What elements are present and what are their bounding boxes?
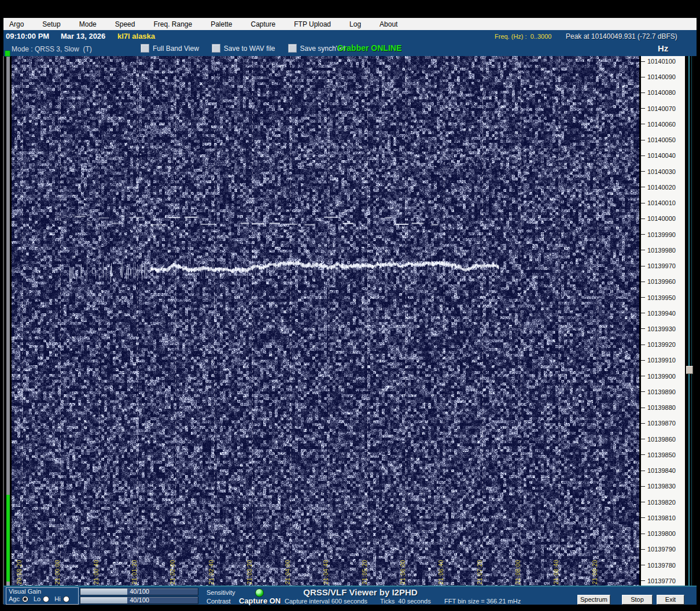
tick-mark [641, 282, 645, 282]
frequency-label: 10140020 [647, 184, 676, 191]
checkbox-item[interactable]: Save to WAV file [212, 44, 275, 53]
frequency-label: 10139940 [647, 310, 676, 317]
frequency-scale-row: 10139890 [641, 388, 685, 395]
menu-item[interactable]: FTP Upload [294, 20, 331, 28]
radio-button[interactable] [63, 596, 69, 602]
exit-button[interactable]: Exit [657, 595, 684, 605]
menu-item[interactable]: Log [349, 20, 361, 28]
tick-mark [641, 345, 645, 345]
menu-item[interactable]: Mode [79, 20, 97, 28]
freq-span-readout: Freq. (Hz) : 0..3000 [495, 33, 551, 40]
frequency-label: 10139930 [647, 325, 676, 332]
frequency-scale-row: 10140070 [641, 105, 685, 112]
capture-led-icon [255, 588, 264, 597]
contrast-value: 40/100 [130, 597, 149, 604]
checkbox[interactable] [288, 44, 297, 53]
vertical-scrollbar[interactable] [686, 56, 694, 587]
capture-status: Capture ON [239, 597, 281, 605]
radio-option[interactable]: Lo [34, 595, 49, 602]
frequency-label: 10139910 [647, 357, 676, 364]
scrollbar-track [688, 56, 690, 587]
radio-button[interactable] [43, 596, 49, 602]
stop-button[interactable]: Stop [622, 595, 653, 605]
capture-interval-info: Capture interval 600 seconds [285, 598, 367, 605]
frequency-scale-row: 10139780 [641, 562, 685, 569]
tick-mark [641, 408, 645, 408]
tick-mark [641, 486, 645, 487]
frequency-label: 10140060 [647, 121, 676, 128]
frequency-scale-row: 10140050 [641, 136, 685, 143]
frequency-scale-row: 10139860 [641, 436, 685, 443]
checkbox-item[interactable]: Full Band View [141, 44, 199, 53]
tick-mark [641, 219, 645, 219]
frequency-scale-row: 10139910 [641, 357, 685, 364]
frequency-scale-row: 10139870 [641, 420, 685, 427]
frequency-scale-row: 10139770 [641, 577, 685, 584]
frequency-scale-row: 10139810 [641, 514, 685, 521]
menu-item[interactable]: Speed [115, 20, 135, 28]
menu-item[interactable]: Freq. Range [153, 20, 192, 28]
tick-mark [641, 313, 645, 313]
app-title: QRSS/VLF Viewer by I2PHD [285, 587, 436, 597]
mode-bar: Mode : QRSS 3, Slow (T) Full Band View S… [3, 42, 697, 56]
control-bar: Visual Gain Agc Lo Hi 40/100 40/100 [3, 586, 697, 605]
frequency-scale-row: 10139980 [641, 247, 685, 254]
menu-item[interactable]: About [380, 20, 397, 28]
radio-option[interactable]: Hi [54, 595, 69, 602]
menu-item[interactable]: Argo [9, 20, 24, 28]
tick-mark [641, 534, 645, 534]
frequency-scale-row: 10139990 [641, 231, 685, 238]
frequency-label: 10139780 [647, 562, 676, 569]
contrast-label: Contrast [207, 598, 231, 605]
menu-bar: ArgoSetupModeSpeedFreq. RangePaletteCapt… [3, 18, 697, 30]
frequency-scale-row: 10140100 [641, 58, 685, 65]
frequency-label: 10139900 [647, 373, 676, 380]
tick-mark [641, 187, 645, 187]
tick-mark [641, 549, 645, 550]
frequency-scale-row: 10140030 [641, 168, 685, 175]
frequency-scale: 10140100 10140090 10140080 10140070 1014… [641, 56, 685, 587]
contrast-slider[interactable]: 40/100 [80, 597, 198, 604]
radio-button[interactable] [22, 596, 28, 602]
contrast-fill [80, 597, 127, 603]
ticks-info: Ticks 40 seconds [380, 598, 431, 605]
tick-mark [641, 250, 645, 250]
sensitivity-slider[interactable]: 40/100 [80, 588, 198, 595]
menu-item[interactable]: Setup [42, 20, 60, 28]
frequency-scale-row: 10140090 [641, 73, 685, 80]
menu-item[interactable]: Capture [251, 20, 276, 28]
station-id: kl7l alaska [117, 32, 155, 40]
spectrum-button[interactable]: Spectrum [577, 595, 610, 605]
frequency-label: 10139980 [647, 247, 676, 254]
frequency-label: 10139920 [647, 341, 676, 348]
frequency-scale-row: 10139970 [641, 262, 685, 269]
checkbox-item[interactable]: Save synch'ed [288, 44, 345, 53]
frequency-scale-row: 10139930 [641, 325, 685, 332]
capture-progress-tip [6, 582, 10, 586]
frequency-label: 10140030 [647, 168, 676, 175]
frequency-label: 10140070 [647, 105, 676, 112]
checkbox[interactable] [212, 44, 220, 53]
scrollbar-track-shadow [691, 56, 692, 587]
frequency-scale-row: 10139950 [641, 294, 685, 301]
visual-gain-title: Visual Gain [9, 588, 41, 595]
frequency-label: 10139820 [647, 499, 676, 506]
tick-mark [641, 61, 645, 62]
frequency-label: 10139850 [647, 451, 676, 458]
frequency-label: 10139990 [647, 231, 676, 238]
frequency-scale-row: 10139840 [641, 467, 685, 474]
radio-option[interactable]: Agc [9, 595, 28, 602]
scale-unit-label: Hz [658, 43, 668, 53]
checkbox-label: Full Band View [153, 45, 199, 53]
capture-progress-bar [6, 495, 10, 582]
frequency-scale-row: 10139900 [641, 373, 685, 380]
tick-mark [641, 108, 645, 109]
frequency-scale-row: 10139850 [641, 451, 685, 458]
argo-window: ArgoSetupModeSpeedFreq. RangePaletteCapt… [0, 0, 700, 611]
checkbox[interactable] [141, 44, 149, 53]
scrollbar-thumb[interactable] [686, 366, 693, 374]
menu-item[interactable]: Palette [211, 20, 232, 28]
tick-mark [641, 171, 645, 172]
sensitivity-fill [80, 588, 127, 595]
checkbox-label: Save to WAV file [224, 45, 275, 53]
